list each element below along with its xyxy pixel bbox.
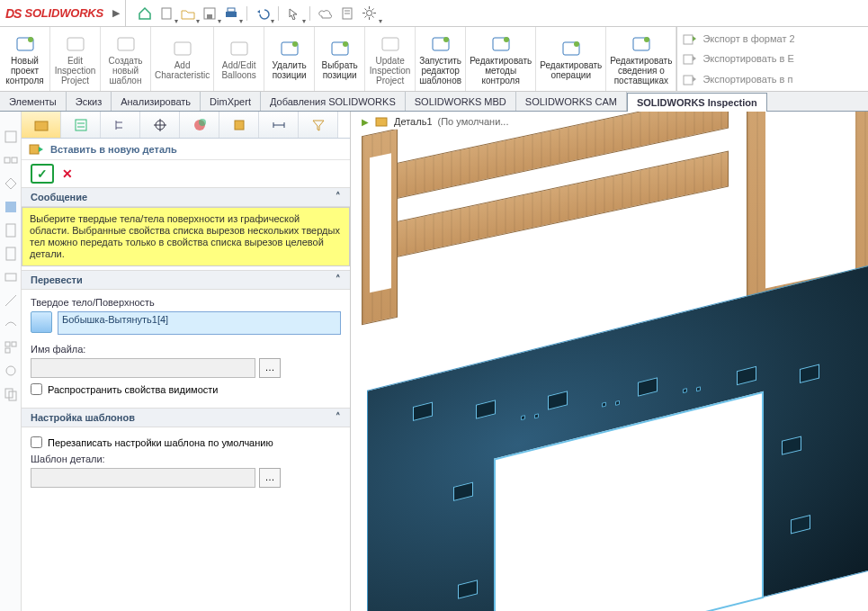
section-translate-header[interactable]: Перевести [22, 271, 350, 290]
ribbon-edit-methods[interactable]: Редактироватьметодыконтроля [466, 27, 536, 91]
pm-tab-tree[interactable] [101, 112, 140, 138]
overwrite-template-input[interactable] [31, 436, 42, 448]
filename-input[interactable] [31, 358, 255, 378]
ribbon-add-char[interactable]: AddCharacteristic [151, 27, 214, 91]
ls-doc2-icon[interactable] [4, 247, 18, 261]
svg-rect-49 [12, 342, 16, 346]
pm-confirm-row: ✓ ✕ [22, 160, 350, 187]
ls-line-icon[interactable] [4, 293, 18, 308]
svg-point-31 [504, 37, 509, 42]
chevron-right-icon[interactable]: ▶ [112, 7, 120, 19]
ls-grid-icon[interactable] [4, 340, 18, 355]
new-file-icon[interactable]: ▾ [157, 4, 176, 23]
svg-rect-3 [226, 12, 237, 17]
ribbon-addedit-ball[interactable]: Add/EditBalloons [214, 27, 264, 91]
arrow-icon[interactable]: ▾ [284, 4, 304, 23]
logo-name: SOLIDWORKS [24, 6, 103, 20]
ls-face-icon[interactable] [4, 176, 18, 191]
svg-rect-43 [5, 202, 16, 212]
svg-line-15 [371, 9, 373, 11]
tab-эскиз[interactable]: Эскиз [67, 92, 112, 111]
export-p-button[interactable]: Экспортировать в п [683, 73, 863, 85]
pm-tab-config[interactable] [61, 112, 101, 138]
tab-solidworks-mbd[interactable]: SOLIDWORKS MBD [406, 92, 516, 111]
part-template-browse-button[interactable]: … [259, 468, 281, 488]
expand-tree-icon[interactable]: ▶ [362, 117, 369, 127]
svg-rect-20 [118, 38, 134, 50]
print-icon[interactable]: ▾ [221, 4, 241, 23]
svg-rect-38 [684, 76, 693, 85]
pm-tab-filter[interactable] [299, 112, 338, 138]
gear-icon[interactable]: ▾ [359, 4, 379, 23]
ribbon-upd-project[interactable]: UpdateInspectionProject [365, 27, 416, 91]
ls-part-icon[interactable] [4, 130, 18, 144]
ribbon-sel-pos[interactable]: Выбратьпозиции [315, 27, 365, 91]
ribbon-edit-vendors[interactable]: Редактироватьсведения опоставщиках [606, 27, 676, 91]
ls-blue-cube-icon[interactable] [4, 200, 18, 214]
svg-point-51 [6, 366, 15, 375]
pm-tab-feature[interactable] [22, 112, 61, 138]
tab-solidworks-cam[interactable]: SOLIDWORKS CAM [516, 92, 627, 111]
ribbon-edit-ops[interactable]: Редактироватьоперации [536, 27, 606, 91]
cancel-button[interactable]: ✕ [59, 166, 76, 182]
tab-dimxpert[interactable]: DimXpert [201, 92, 261, 111]
tab-добавления-solidworks[interactable]: Добавления SOLIDWORKS [261, 92, 406, 111]
ok-button[interactable]: ✓ [31, 164, 54, 184]
ls-surf-icon[interactable] [4, 317, 18, 331]
save-icon[interactable]: ▾ [200, 4, 219, 23]
svg-rect-2 [207, 14, 212, 19]
doc-icon[interactable] [337, 4, 357, 23]
home-icon[interactable] [135, 4, 155, 23]
viewport-breadcrumb[interactable]: ▶ Деталь1 (По умолчани... [356, 113, 515, 130]
pm-tab-target[interactable] [140, 112, 180, 138]
undo-icon[interactable]: ▾ [253, 4, 273, 23]
ls-settings-icon[interactable] [4, 364, 18, 378]
section-template-header[interactable]: Настройка шаблонов [22, 409, 350, 427]
ribbon-create-templ[interactable]: Создатьновыйшаблон [101, 27, 151, 91]
svg-rect-44 [6, 224, 15, 237]
svg-rect-21 [174, 42, 191, 55]
body-selection-list[interactable]: Бобышка-Вытянуть1[4] [58, 311, 341, 335]
ribbon-new-project[interactable]: Новыйпроектконтроля [0, 27, 50, 91]
ls-body-icon[interactable] [4, 270, 18, 284]
propagate-visibility-input[interactable] [31, 383, 42, 395]
section-message-header[interactable]: Сообщение [22, 188, 350, 207]
tab-элементы[interactable]: Элементы [0, 92, 67, 111]
ribbon-edit-project[interactable]: EditInspectionProject [50, 27, 101, 91]
svg-rect-48 [5, 342, 10, 346]
svg-rect-54 [35, 121, 48, 130]
svg-rect-4 [228, 8, 235, 12]
pcb-body [367, 265, 868, 611]
ribbon-del-pos[interactable]: Удалитьпозиции [264, 27, 315, 91]
pm-tab-dim[interactable] [259, 112, 299, 138]
svg-point-26 [343, 41, 348, 47]
export-format-button[interactable]: Экспорт в формат 2 [683, 32, 863, 45]
overwrite-template-checkbox[interactable]: Перезаписать настройки шаблона по умолча… [31, 436, 341, 448]
part-template-input[interactable] [31, 468, 255, 488]
graphics-viewport[interactable]: ▶ Деталь1 (По умолчани... [351, 112, 868, 611]
insert-part-icon [29, 142, 45, 157]
property-manager: Вставить в новую деталь ✓ ✕ Сообщение Вы… [22, 112, 351, 611]
ls-doc1-icon[interactable] [4, 223, 18, 238]
ls-copy-icon[interactable] [4, 387, 18, 401]
pm-tab-appearance[interactable] [180, 112, 219, 138]
svg-rect-46 [5, 274, 16, 281]
part-template-label: Шаблон детали: [31, 454, 341, 464]
pm-tab-part[interactable] [219, 112, 259, 138]
tab-анализировать[interactable]: Анализировать [112, 92, 201, 111]
pm-title: Вставить в новую деталь [50, 144, 177, 155]
svg-line-14 [371, 16, 373, 18]
ribbon-run-ted[interactable]: Запуститьредакторшаблонов [416, 27, 466, 91]
ls-assembly-icon[interactable] [4, 153, 18, 167]
svg-line-13 [364, 9, 366, 11]
open-icon[interactable]: ▾ [178, 4, 198, 23]
browse-button[interactable]: … [259, 358, 281, 378]
svg-line-16 [364, 16, 366, 18]
command-tabs: ЭлементыЭскизАнализироватьDimXpertДобавл… [0, 92, 868, 112]
ribbon: НовыйпроектконтроляEditInspectionProject… [0, 27, 868, 92]
tab-solidworks-inspection[interactable]: SOLIDWORKS Inspection [627, 93, 767, 112]
cloud-icon[interactable] [316, 4, 336, 23]
propagate-visibility-checkbox[interactable]: Распространить свойства видимости [31, 383, 341, 395]
export-e-button[interactable]: Экспортировать в E [683, 52, 863, 65]
body-selection-icon[interactable] [31, 311, 52, 333]
